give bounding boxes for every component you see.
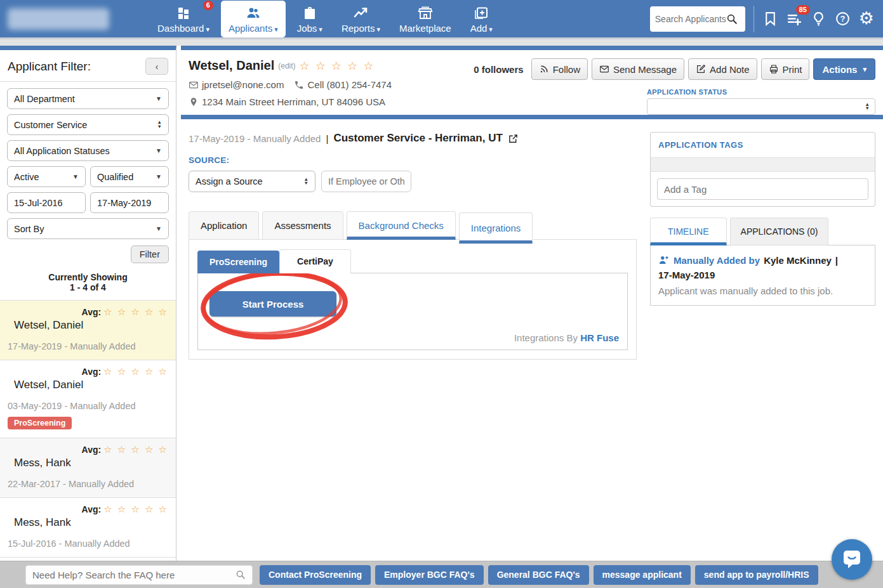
applicant-card[interactable]: Avg: ☆ ☆ ☆ ☆ ☆ Mess, Hank 22-Mar-2017 - … <box>0 438 176 497</box>
updown-caret-icon: ▲▼ <box>304 178 309 186</box>
external-link-icon[interactable] <box>508 133 519 144</box>
department-select[interactable]: All Department▼ <box>7 88 169 109</box>
add-note-button[interactable]: Add Note <box>688 58 757 80</box>
message-applicant-button[interactable]: message applicant <box>594 565 691 585</box>
nav-item-reports[interactable]: Reports▾ <box>334 1 388 37</box>
edit-link[interactable]: (edit) <box>278 62 295 70</box>
pipe-separator: | <box>835 255 838 266</box>
qualified-select[interactable]: Qualified▼ <box>90 166 169 187</box>
filter-button[interactable]: Filter <box>131 245 169 263</box>
subtab-certipay[interactable]: CertiPay <box>279 249 351 273</box>
timeline-description: Applicant was manually added to this job… <box>658 285 867 296</box>
printer-icon <box>769 64 779 74</box>
lightbulb-icon[interactable] <box>811 11 827 27</box>
sort-by-select[interactable]: Sort By▼ <box>7 218 169 239</box>
company-logo <box>8 8 109 30</box>
chat-widget-button[interactable] <box>832 539 872 580</box>
section-divider <box>181 115 883 119</box>
hr-fuse-link[interactable]: HR Fuse <box>580 332 619 343</box>
nav-item-dashboard[interactable]: 6 Dashboard▾ <box>150 1 217 37</box>
search-icon[interactable] <box>236 570 246 580</box>
caret-down-icon: ▼ <box>156 173 162 180</box>
timeline-action: Manually Added by <box>674 255 760 266</box>
search-icon[interactable] <box>726 13 738 25</box>
utility-icons: 85 ? ⚙ <box>762 11 874 27</box>
date-to-input[interactable]: 17-May-2019 <box>90 192 169 213</box>
actions-button[interactable]: Actions▾ <box>813 58 875 80</box>
pencil-square-icon <box>696 64 706 74</box>
assign-source-select[interactable]: Assign a Source▲▼ <box>189 171 315 192</box>
sidebar-collapse-button[interactable]: ‹ <box>145 58 168 75</box>
search-input[interactable] <box>655 14 726 24</box>
follow-button[interactable]: Follow <box>531 58 588 80</box>
employee-or-other-input[interactable] <box>321 171 411 192</box>
subtab-proscreening[interactable]: ProScreening <box>197 251 279 273</box>
nav-item-applicants[interactable]: Applicants▾ <box>221 1 286 37</box>
add-tag-input[interactable] <box>657 178 868 200</box>
avg-rating-label: Avg: <box>82 445 102 455</box>
date-from-input[interactable]: 15-Jul-2016 <box>7 192 86 213</box>
print-button[interactable]: Print <box>761 58 810 80</box>
employer-bgc-faqs-button[interactable]: Employer BGC FAQ's <box>375 565 484 585</box>
tab-integrations[interactable]: Integrations <box>459 212 533 244</box>
email-icon <box>189 80 199 90</box>
applicant-email[interactable]: jpretsel@none.com <box>202 79 284 90</box>
send-app-to-payroll-button[interactable]: send app to payroll/HRIS <box>695 565 818 585</box>
help-footer-bar: Contact ProScreening Employer BGC FAQ's … <box>0 561 883 588</box>
star-rating[interactable]: ☆ ☆ ☆ ☆ ☆ <box>103 366 168 377</box>
applicant-star-rating[interactable]: ☆ ☆ ☆ ☆ ☆ <box>300 59 375 73</box>
add-plus-square-icon <box>474 6 489 21</box>
help-icon[interactable]: ? <box>835 11 851 27</box>
nav-item-add[interactable]: Add▾ <box>463 1 500 37</box>
top-navigation: 6 Dashboard▾ Applicants▾ Jobs▾ Reports▾ … <box>0 0 883 39</box>
caret-down-icon: ▾ <box>206 25 209 33</box>
applicant-card[interactable]: Avg: ☆ ☆ ☆ ☆ ☆ Wetsel, Daniel 03-May-201… <box>0 360 176 438</box>
start-process-button[interactable]: Start Process <box>209 291 336 317</box>
star-rating[interactable]: ☆ ☆ ☆ ☆ ☆ <box>103 444 168 455</box>
star-rating[interactable]: ☆ ☆ ☆ ☆ ☆ <box>103 504 168 514</box>
nav-label-reports: Reports <box>342 23 375 34</box>
applicant-search[interactable] <box>650 6 745 32</box>
nav-item-jobs[interactable]: Jobs▾ <box>289 1 330 37</box>
applicant-name[interactable]: Mess, Hank <box>14 516 168 529</box>
star-rating[interactable]: ☆ ☆ ☆ ☆ ☆ <box>103 306 168 317</box>
active-select[interactable]: Active▼ <box>7 166 86 187</box>
tab-application[interactable]: Application <box>189 211 259 240</box>
caret-down-icon: ▾ <box>376 25 380 33</box>
applicant-name[interactable]: Wetsel, Daniel <box>14 379 168 391</box>
avg-rating-label: Avg: <box>82 504 102 514</box>
applicant-detail: Wetsel, Daniel (edit) ☆ ☆ ☆ ☆ ☆ jpretsel… <box>181 46 883 561</box>
applicant-name[interactable]: Mess, Hank <box>14 457 168 469</box>
tab-assessments[interactable]: Assessments <box>262 211 343 240</box>
applicant-card[interactable]: Avg: ☆ ☆ ☆ ☆ ☆ Mess, Hank 15-Jul-2016 - … <box>0 497 176 557</box>
tab-background-checks[interactable]: Background Checks <box>347 211 456 240</box>
faq-search-input[interactable] <box>32 570 236 580</box>
results-count-range: 1 - 4 of 4 <box>0 282 176 292</box>
applicants-people-icon <box>246 6 261 21</box>
applicant-name[interactable]: Wetsel, Daniel <box>14 319 168 332</box>
notifications-list-icon[interactable]: 85 <box>787 11 802 27</box>
application-status-select[interactable]: All Application Statuses▼ <box>7 140 169 161</box>
gear-icon[interactable]: ⚙ <box>859 11 874 27</box>
background-checks-panel: ProScreening CertiPay Start Process Inte… <box>189 239 637 360</box>
application-tags-title: APPLICATION TAGS <box>651 133 875 157</box>
nav-label-applicants: Applicants <box>229 23 272 34</box>
sidebar-title: Applicant Filter: <box>8 60 91 74</box>
send-message-button[interactable]: Send Message <box>592 58 684 80</box>
faq-search[interactable] <box>25 565 253 585</box>
contact-proscreening-button[interactable]: Contact ProScreening <box>260 565 371 585</box>
application-status-select[interactable]: ▲▼ <box>647 98 875 115</box>
job-select[interactable]: Customer Service▲▼ <box>7 114 169 135</box>
tab-applications[interactable]: APPLICATIONS (0) <box>730 218 829 245</box>
nav-item-marketplace[interactable]: Marketplace <box>392 1 459 37</box>
dashboard-badge: 6 <box>203 1 213 10</box>
timeline-date: 17-May-2019 <box>658 270 715 280</box>
caret-down-icon: ▼ <box>156 95 162 102</box>
location-pin-icon <box>189 97 199 107</box>
applicant-date: 17-May-2019 - Manually Added <box>8 341 168 351</box>
tab-timeline[interactable]: TIMELINE <box>650 218 727 245</box>
general-bgc-faqs-button[interactable]: General BGC FAQ's <box>488 565 589 585</box>
marketplace-store-icon <box>418 6 433 21</box>
applicant-card-selected[interactable]: Avg: ☆ ☆ ☆ ☆ ☆ Wetsel, Daniel 17-May-201… <box>0 300 176 360</box>
bookmark-icon[interactable] <box>762 11 778 27</box>
